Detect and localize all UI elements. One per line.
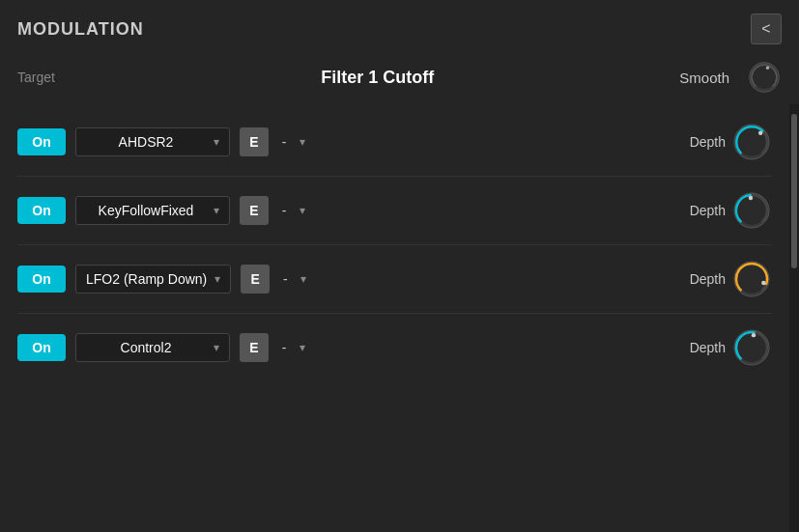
source-chevron-1[interactable]: ▾	[300, 135, 305, 149]
mod-row-1: On AHDSR2 ▾ E - ▾ Depth	[0, 108, 789, 176]
depth-knob-2[interactable]	[731, 190, 772, 231]
depth-label-2: Depth	[690, 203, 726, 218]
depth-knob-3[interactable]	[731, 259, 772, 299]
chevron-down-icon-3: ▾	[214, 272, 220, 286]
rows-area: On AHDSR2 ▾ E - ▾ Depth On KeyFollowFixe…	[0, 104, 789, 532]
mod-row-4: On Control2 ▾ E - ▾ Depth	[0, 314, 789, 381]
svg-point-11	[761, 281, 765, 285]
dash-label-1: -	[278, 134, 290, 150]
on-button-4[interactable]: On	[17, 334, 66, 361]
source-chevron-4[interactable]: ▾	[300, 341, 305, 354]
depth-row-1: Depth	[690, 122, 772, 162]
source-dropdown-2[interactable]: KeyFollowFixed ▾	[75, 196, 230, 225]
modulation-panel: MODULATION < Target Filter 1 Cutoff Smoo…	[0, 0, 799, 532]
scrollbar[interactable]	[789, 104, 799, 532]
smooth-knob[interactable]	[747, 60, 782, 95]
source-name-1: AHDSR2	[86, 134, 206, 150]
back-button[interactable]: <	[751, 14, 782, 44]
depth-label-3: Depth	[690, 271, 726, 287]
e-button-3[interactable]: E	[241, 265, 270, 294]
e-button-2[interactable]: E	[240, 196, 269, 225]
source-name-4: Control2	[86, 340, 206, 355]
source-dropdown-4[interactable]: Control2 ▾	[75, 333, 230, 362]
svg-point-2	[766, 67, 769, 70]
dash-label-3: -	[279, 271, 291, 287]
depth-knob-4[interactable]	[731, 327, 772, 368]
depth-label-1: Depth	[690, 134, 726, 150]
depth-label-4: Depth	[690, 340, 726, 355]
mod-row-2: On KeyFollowFixed ▾ E - ▾ Depth	[0, 177, 789, 244]
smooth-label: Smooth	[679, 70, 729, 86]
chevron-down-icon-1: ▾	[214, 135, 219, 149]
panel-header: MODULATION <	[0, 0, 799, 54]
svg-point-14	[752, 333, 756, 337]
dash-label-2: -	[278, 203, 290, 218]
svg-point-8	[749, 196, 753, 200]
svg-point-5	[758, 131, 762, 135]
depth-row-2: Depth	[690, 190, 772, 231]
source-name-3: LFO2 (Ramp Down)	[86, 271, 207, 287]
content-area: On AHDSR2 ▾ E - ▾ Depth On KeyFollowFixe…	[0, 104, 799, 532]
depth-row-3: Depth	[690, 259, 772, 299]
svg-point-1	[753, 66, 776, 89]
e-button-4[interactable]: E	[240, 333, 269, 362]
source-chevron-2[interactable]: ▾	[300, 204, 305, 217]
on-button-2[interactable]: On	[17, 197, 66, 224]
source-chevron-3[interactable]: ▾	[300, 272, 306, 286]
scrollbar-thumb[interactable]	[791, 114, 797, 268]
target-row: Target Filter 1 Cutoff Smooth	[0, 54, 799, 104]
filter-name: Filter 1 Cutoff	[85, 68, 670, 88]
panel-title: MODULATION	[17, 19, 144, 40]
e-button-1[interactable]: E	[240, 127, 269, 156]
chevron-down-icon-2: ▾	[214, 204, 219, 217]
mod-row-3: On LFO2 (Ramp Down) ▾ E - ▾ Depth	[0, 245, 789, 313]
depth-knob-1[interactable]	[731, 122, 772, 162]
chevron-down-icon-4: ▾	[214, 341, 219, 354]
source-name-2: KeyFollowFixed	[86, 203, 206, 218]
dash-label-4: -	[278, 340, 290, 355]
source-dropdown-1[interactable]: AHDSR2 ▾	[75, 127, 230, 156]
on-button-3[interactable]: On	[17, 266, 66, 293]
on-button-1[interactable]: On	[17, 128, 66, 155]
target-label: Target	[17, 70, 75, 85]
depth-row-4: Depth	[690, 327, 772, 368]
source-dropdown-3[interactable]: LFO2 (Ramp Down) ▾	[75, 265, 231, 294]
